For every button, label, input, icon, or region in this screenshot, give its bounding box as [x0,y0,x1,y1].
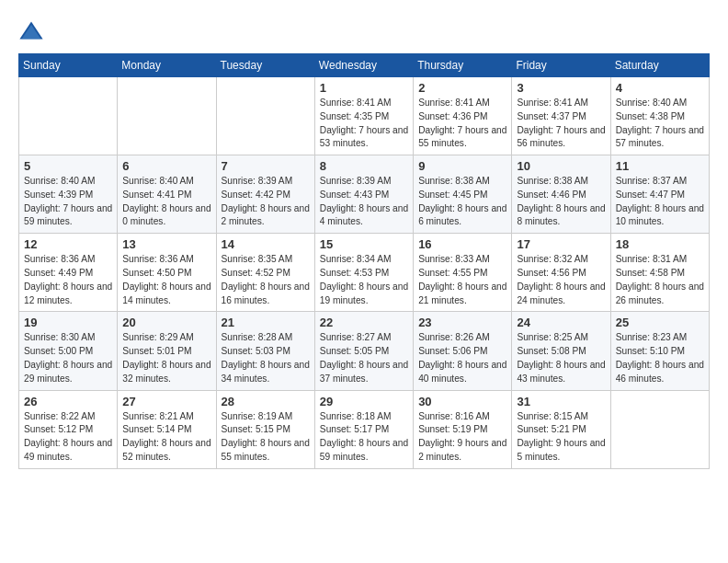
day-info: Sunrise: 8:40 AM Sunset: 4:38 PM Dayligh… [616,97,704,151]
calendar-cell: 26Sunrise: 8:22 AM Sunset: 5:12 PM Dayli… [19,390,118,468]
calendar-cell: 31Sunrise: 8:15 AM Sunset: 5:21 PM Dayli… [512,390,610,468]
day-number: 15 [320,237,408,251]
day-info: Sunrise: 8:40 AM Sunset: 4:39 PM Dayligh… [24,175,112,229]
day-number: 8 [320,159,408,173]
day-number: 18 [616,237,704,251]
day-info: Sunrise: 8:38 AM Sunset: 4:45 PM Dayligh… [418,175,506,229]
calendar-week-5: 26Sunrise: 8:22 AM Sunset: 5:12 PM Dayli… [19,390,710,468]
calendar-cell: 15Sunrise: 8:34 AM Sunset: 4:53 PM Dayli… [314,234,413,312]
calendar-cell: 17Sunrise: 8:32 AM Sunset: 4:56 PM Dayli… [512,234,610,312]
calendar-cell: 24Sunrise: 8:25 AM Sunset: 5:08 PM Dayli… [512,312,610,390]
calendar-cell: 28Sunrise: 8:19 AM Sunset: 5:15 PM Dayli… [216,390,314,468]
day-info: Sunrise: 8:34 AM Sunset: 4:53 PM Dayligh… [320,253,408,307]
day-number: 29 [320,395,408,408]
day-info: Sunrise: 8:25 AM Sunset: 5:08 PM Dayligh… [517,331,605,385]
calendar-cell: 14Sunrise: 8:35 AM Sunset: 4:52 PM Dayli… [216,234,314,312]
day-number: 25 [616,316,704,329]
calendar-cell [118,77,216,155]
day-number: 10 [517,159,605,173]
day-number: 5 [24,159,112,173]
weekday-header-sunday: Sunday [19,54,118,77]
day-number: 13 [122,237,210,251]
day-number: 9 [418,159,506,173]
logo-icon [18,18,44,44]
calendar-cell: 16Sunrise: 8:33 AM Sunset: 4:55 PM Dayli… [414,234,512,312]
day-info: Sunrise: 8:33 AM Sunset: 4:55 PM Dayligh… [418,253,506,307]
day-info: Sunrise: 8:28 AM Sunset: 5:03 PM Dayligh… [222,331,310,385]
calendar-cell: 29Sunrise: 8:18 AM Sunset: 5:17 PM Dayli… [314,390,413,468]
calendar-cell: 27Sunrise: 8:21 AM Sunset: 5:14 PM Dayli… [118,390,216,468]
calendar-cell: 9Sunrise: 8:38 AM Sunset: 4:45 PM Daylig… [414,155,512,234]
weekday-header-row: SundayMondayTuesdayWednesdayThursdayFrid… [19,54,710,77]
day-number: 4 [616,81,704,95]
day-info: Sunrise: 8:16 AM Sunset: 5:19 PM Dayligh… [418,410,506,465]
calendar-cell [610,390,709,468]
calendar-cell: 12Sunrise: 8:36 AM Sunset: 4:49 PM Dayli… [19,234,118,312]
weekday-header-wednesday: Wednesday [314,54,413,77]
weekday-header-tuesday: Tuesday [216,54,314,77]
day-info: Sunrise: 8:19 AM Sunset: 5:15 PM Dayligh… [222,410,310,465]
day-info: Sunrise: 8:41 AM Sunset: 4:36 PM Dayligh… [418,97,506,151]
day-info: Sunrise: 8:36 AM Sunset: 4:50 PM Dayligh… [122,253,210,307]
day-number: 20 [122,316,210,329]
calendar-week-4: 19Sunrise: 8:30 AM Sunset: 5:00 PM Dayli… [19,312,710,390]
day-number: 30 [418,395,506,408]
day-info: Sunrise: 8:39 AM Sunset: 4:43 PM Dayligh… [320,175,408,229]
weekday-header-saturday: Saturday [610,54,709,77]
logo [18,18,48,44]
calendar-cell: 5Sunrise: 8:40 AM Sunset: 4:39 PM Daylig… [19,155,118,234]
day-info: Sunrise: 8:21 AM Sunset: 5:14 PM Dayligh… [122,410,210,465]
day-number: 26 [24,395,112,408]
day-number: 17 [517,237,605,251]
day-number: 12 [24,237,112,251]
day-info: Sunrise: 8:36 AM Sunset: 4:49 PM Dayligh… [24,253,112,307]
day-info: Sunrise: 8:26 AM Sunset: 5:06 PM Dayligh… [418,331,506,385]
calendar-week-1: 1Sunrise: 8:41 AM Sunset: 4:35 PM Daylig… [19,77,710,155]
day-number: 7 [222,159,310,173]
calendar-cell: 7Sunrise: 8:39 AM Sunset: 4:42 PM Daylig… [216,155,314,234]
calendar-week-2: 5Sunrise: 8:40 AM Sunset: 4:39 PM Daylig… [19,155,710,234]
calendar-cell: 19Sunrise: 8:30 AM Sunset: 5:00 PM Dayli… [19,312,118,390]
weekday-header-friday: Friday [512,54,610,77]
day-number: 24 [517,316,605,329]
day-info: Sunrise: 8:30 AM Sunset: 5:00 PM Dayligh… [24,331,112,385]
day-info: Sunrise: 8:40 AM Sunset: 4:41 PM Dayligh… [122,175,210,229]
calendar-cell: 10Sunrise: 8:38 AM Sunset: 4:46 PM Dayli… [512,155,610,234]
day-info: Sunrise: 8:27 AM Sunset: 5:05 PM Dayligh… [320,331,408,385]
day-info: Sunrise: 8:38 AM Sunset: 4:46 PM Dayligh… [517,175,605,229]
calendar-cell: 3Sunrise: 8:41 AM Sunset: 4:37 PM Daylig… [512,77,610,155]
calendar-cell: 30Sunrise: 8:16 AM Sunset: 5:19 PM Dayli… [414,390,512,468]
page: SundayMondayTuesdayWednesdayThursdayFrid… [0,0,728,563]
day-info: Sunrise: 8:22 AM Sunset: 5:12 PM Dayligh… [24,410,112,465]
day-info: Sunrise: 8:15 AM Sunset: 5:21 PM Dayligh… [517,410,605,465]
day-number: 28 [222,395,310,408]
day-info: Sunrise: 8:31 AM Sunset: 4:58 PM Dayligh… [616,253,704,307]
calendar-cell: 2Sunrise: 8:41 AM Sunset: 4:36 PM Daylig… [414,77,512,155]
day-number: 31 [517,395,605,408]
day-info: Sunrise: 8:23 AM Sunset: 5:10 PM Dayligh… [616,331,704,385]
day-info: Sunrise: 8:37 AM Sunset: 4:47 PM Dayligh… [616,175,704,229]
calendar-cell: 18Sunrise: 8:31 AM Sunset: 4:58 PM Dayli… [610,234,709,312]
day-number: 14 [222,237,310,251]
calendar-cell [19,77,118,155]
day-number: 2 [418,81,506,95]
calendar-table: SundayMondayTuesdayWednesdayThursdayFrid… [18,53,710,469]
calendar-cell: 20Sunrise: 8:29 AM Sunset: 5:01 PM Dayli… [118,312,216,390]
calendar-cell: 8Sunrise: 8:39 AM Sunset: 4:43 PM Daylig… [314,155,413,234]
calendar-cell: 25Sunrise: 8:23 AM Sunset: 5:10 PM Dayli… [610,312,709,390]
day-number: 6 [122,159,210,173]
day-info: Sunrise: 8:41 AM Sunset: 4:37 PM Dayligh… [517,97,605,151]
calendar-week-3: 12Sunrise: 8:36 AM Sunset: 4:49 PM Dayli… [19,234,710,312]
calendar-cell: 13Sunrise: 8:36 AM Sunset: 4:50 PM Dayli… [118,234,216,312]
calendar-cell: 6Sunrise: 8:40 AM Sunset: 4:41 PM Daylig… [118,155,216,234]
weekday-header-thursday: Thursday [414,54,512,77]
day-info: Sunrise: 8:41 AM Sunset: 4:35 PM Dayligh… [320,97,408,151]
day-info: Sunrise: 8:35 AM Sunset: 4:52 PM Dayligh… [222,253,310,307]
day-number: 3 [517,81,605,95]
day-number: 27 [122,395,210,408]
day-info: Sunrise: 8:39 AM Sunset: 4:42 PM Dayligh… [222,175,310,229]
day-number: 23 [418,316,506,329]
day-info: Sunrise: 8:32 AM Sunset: 4:56 PM Dayligh… [517,253,605,307]
day-number: 19 [24,316,112,329]
day-number: 1 [320,81,408,95]
